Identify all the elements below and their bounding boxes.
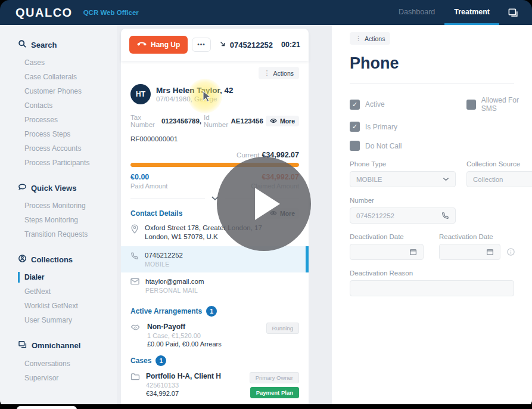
sidebar-item-process-accounts[interactable]: Process Accounts xyxy=(18,143,117,154)
phone-detail-panel: ⋮ Actions Phone ✓ Active ✓ Allowed For S… xyxy=(332,25,532,404)
sidebar-section-search: Search xyxy=(18,39,117,50)
checkbox-checked-icon: ✓ xyxy=(350,122,360,132)
checkbox-unchecked-icon: ✓ xyxy=(350,141,360,151)
tax-number: 0123456789, xyxy=(161,117,201,125)
cases-count-badge: 1 xyxy=(155,355,166,366)
play-icon xyxy=(255,188,280,220)
arrangements-header: Active Arrangements 1 xyxy=(130,306,299,317)
detail-actions-button[interactable]: ⋮ Actions xyxy=(350,32,390,45)
phone-row-selected[interactable]: 0745212252 MOBILE xyxy=(121,246,309,272)
chat-icon[interactable] xyxy=(508,7,519,18)
chevron-down-icon xyxy=(443,177,449,181)
reports-button[interactable]: Reports 1 xyxy=(17,406,77,409)
paid-amount: €0.00 Paid Amount xyxy=(130,173,167,190)
app-window: QUALCO QCR Web Officer Dashboard Treatme… xyxy=(0,0,532,409)
contact-phone: 0745212252 xyxy=(145,251,183,260)
number-input[interactable]: 0745212252 xyxy=(350,207,456,224)
reactivation-date-label: Reactivation Date xyxy=(439,233,515,240)
active-call-number: 0745212252 xyxy=(219,41,273,49)
case-item[interactable]: Portfolio H-A, Client H 425610133 €34,99… xyxy=(130,372,299,398)
sidebar-item-user-summary[interactable]: User Summary xyxy=(18,315,117,326)
call-more-button[interactable]: ••• xyxy=(192,38,211,52)
sidebar-item-transition-requests[interactable]: Transition Requests xyxy=(18,229,117,240)
kebab-icon: ⋮ xyxy=(264,69,270,77)
deactivation-reason-label: Deactivation Reason xyxy=(350,269,532,277)
sidebar-item-customer-phones[interactable]: Customer Phones xyxy=(18,86,117,97)
phone-type-label: Phone Type xyxy=(350,160,456,168)
sidebar-item-conversations[interactable]: Conversations xyxy=(18,358,117,369)
sidebar-item-process-steps[interactable]: Process Steps xyxy=(18,129,117,140)
envelope-icon xyxy=(130,278,139,285)
avatar: HT xyxy=(130,84,151,104)
collection-source-input[interactable]: Collection xyxy=(466,171,532,187)
sidebar-item-dialer[interactable]: Dialer xyxy=(18,272,117,283)
left-sidebar: Search Cases Case Collaterals Customer P… xyxy=(0,25,117,404)
sidebar-section-omnichannel: Omnichannel xyxy=(18,340,117,351)
page-title: Phone xyxy=(350,54,532,73)
arrangement-item[interactable]: Non-Payoff 1 Case, €1,520.00 £0.00 Paid,… xyxy=(130,323,299,348)
phone-icon xyxy=(441,212,449,219)
inbound-call-icon xyxy=(219,41,226,49)
arrangements-count-badge: 1 xyxy=(206,306,217,317)
arrangement-status-badge: Running xyxy=(266,323,299,334)
search-icon xyxy=(18,39,27,50)
sidebar-item-process-monitoring[interactable]: Process Monitoring xyxy=(18,200,117,211)
handshake-icon xyxy=(130,323,141,333)
collection-source-label: Collection Source xyxy=(466,160,532,168)
email-row[interactable]: htaylor@gmail.com PERSONAL MAIL xyxy=(121,272,309,299)
sidebar-item-contacts[interactable]: Contacts xyxy=(18,100,117,111)
call-actions-button[interactable]: ⋮ Actions xyxy=(259,67,299,79)
tab-treatment[interactable]: Treatment xyxy=(444,0,499,25)
product-name: QCR Web Officer xyxy=(83,9,139,16)
omnichannel-icon xyxy=(18,340,27,351)
sidebar-item-processes[interactable]: Processes xyxy=(18,114,117,125)
video-play-button[interactable] xyxy=(217,157,311,251)
call-timer: 00:21 xyxy=(281,41,300,49)
checkbox-allowed-for-sms[interactable]: ✓ Allowed For SMS xyxy=(466,96,532,113)
sidebar-item-supervisor[interactable]: Supervisor xyxy=(18,373,117,383)
contact-email: htaylor@gmail.com xyxy=(145,277,204,286)
payment-plan-badge: Payment Plan xyxy=(250,387,299,398)
checkbox-unchecked-icon: ✓ xyxy=(466,100,476,110)
case-role-badge: Primary Owner xyxy=(250,372,299,383)
deactivation-date-input[interactable] xyxy=(350,244,424,260)
customer-name: Mrs Helen Taylor, 42 xyxy=(156,86,234,95)
collections-icon xyxy=(18,254,27,265)
deactivation-reason-input[interactable] xyxy=(350,280,514,296)
nav-tabs: Dashboard Treatment xyxy=(389,0,519,25)
checkbox-do-not-call[interactable]: ✓ Do Not Call xyxy=(350,141,466,151)
call-header: Hang Up ••• 0745212252 00:21 xyxy=(121,29,309,61)
calendar-icon xyxy=(409,248,417,256)
eye-icon xyxy=(270,117,277,125)
top-navbar: QUALCO QCR Web Officer Dashboard Treatme… xyxy=(0,0,532,25)
id-number: AE123456 xyxy=(231,117,263,125)
hang-up-button[interactable]: Hang Up xyxy=(129,36,188,54)
cases-header: Cases 1 xyxy=(130,355,299,366)
sidebar-item-case-collaterals[interactable]: Case Collaterals xyxy=(18,72,117,82)
checkbox-checked-icon: ✓ xyxy=(350,100,360,110)
phone-icon xyxy=(130,252,139,260)
checkbox-active[interactable]: ✓ Active xyxy=(350,96,466,113)
hangup-phone-icon xyxy=(137,41,147,49)
sidebar-item-process-participants[interactable]: Process Participants xyxy=(18,157,117,168)
identity-row: Tax Number 0123456789, Id Number AE12345… xyxy=(130,114,299,128)
deactivation-date-label: Deactivation Date xyxy=(350,233,424,240)
tab-dashboard[interactable]: Dashboard xyxy=(389,0,444,25)
sidebar-section-quick-views: Quick Views xyxy=(18,182,117,193)
phone-type-select[interactable]: MOBILE xyxy=(350,171,456,187)
calendar-icon xyxy=(486,248,494,256)
sidebar-item-worklist-getnext[interactable]: Worklist GetNext xyxy=(18,300,117,311)
sidebar-item-cases[interactable]: Cases xyxy=(18,57,117,68)
folder-icon xyxy=(130,372,140,383)
reactivation-date-input[interactable] xyxy=(439,244,500,260)
location-pin-icon xyxy=(130,224,139,234)
sidebar-item-steps-monitoring[interactable]: Steps Monitoring xyxy=(18,215,117,225)
kebab-icon: ⋮ xyxy=(355,35,362,42)
sidebar-section-collections: Collections xyxy=(18,254,117,265)
customer-summary: HT Mrs Helen Taylor, 42 07/04/1980, Geor… xyxy=(130,84,299,104)
identity-more-button[interactable]: More xyxy=(266,116,299,126)
sidebar-item-getnext[interactable]: GetNext xyxy=(18,286,117,297)
quick-views-icon xyxy=(18,182,27,193)
customer-meta: 07/04/1980, George xyxy=(156,95,234,103)
checkbox-is-primary[interactable]: ✓ Is Primary xyxy=(350,122,466,132)
